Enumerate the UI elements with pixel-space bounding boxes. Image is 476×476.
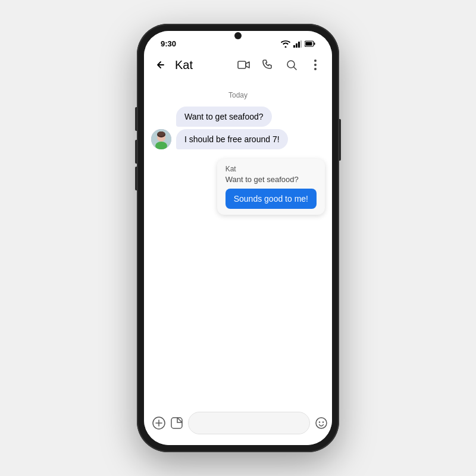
message-input[interactable] [188, 412, 310, 434]
svg-point-9 [314, 60, 317, 62]
svg-rect-7 [238, 61, 246, 68]
svg-rect-6 [306, 42, 312, 46]
svg-point-16 [158, 131, 165, 136]
contact-avatar [151, 129, 171, 149]
status-icons [281, 40, 315, 48]
smart-reply-quoted: Want to get seafood? [226, 175, 317, 184]
sticker-icon [170, 416, 183, 430]
svg-rect-2 [298, 42, 300, 48]
phone-button[interactable] [256, 53, 280, 77]
video-call-button[interactable] [232, 53, 256, 77]
date-divider: Today [151, 91, 325, 99]
more-vertical-icon [314, 60, 317, 70]
phone-screen: 9:30 [144, 31, 332, 445]
svg-rect-1 [296, 43, 298, 48]
add-attachment-button[interactable] [152, 412, 165, 434]
more-button[interactable] [303, 53, 327, 77]
svg-point-20 [319, 421, 320, 422]
svg-rect-3 [300, 40, 302, 48]
back-arrow-icon [155, 59, 167, 71]
video-camera-icon [237, 60, 250, 70]
back-button[interactable] [149, 53, 173, 77]
emoji-icon [315, 416, 328, 430]
svg-rect-0 [293, 45, 295, 48]
message-row-1: Want to get seafood? [151, 107, 325, 127]
message-area[interactable]: Today Want to get seafood? [144, 82, 332, 406]
wifi-icon [281, 40, 290, 48]
svg-rect-5 [314, 43, 315, 45]
phone-icon [262, 59, 274, 71]
svg-point-10 [314, 64, 317, 66]
message-group-received: Want to get seafood? [151, 107, 325, 149]
camera-notch [234, 32, 242, 39]
avatar-image [151, 129, 171, 149]
search-icon [286, 59, 298, 71]
smart-reply-suggestion[interactable]: Sounds good to me! [226, 189, 317, 209]
smart-reply-sender: Kat [226, 165, 317, 173]
search-button[interactable] [280, 53, 303, 77]
received-bubble-1: Want to get seafood? [176, 107, 272, 127]
svg-rect-18 [171, 418, 182, 428]
contact-name: Kat [175, 58, 232, 72]
emoji-button[interactable] [315, 412, 328, 434]
battery-icon [305, 40, 315, 47]
input-bar [144, 406, 332, 445]
svg-point-19 [316, 418, 327, 428]
signal-icon [293, 40, 302, 48]
phone-wrapper: 9:30 [137, 24, 339, 452]
sticker-button[interactable] [170, 412, 183, 434]
received-bubble-2: I should be free around 7! [176, 129, 288, 149]
app-bar-actions [232, 53, 327, 77]
message-row-2: I should be free around 7! [151, 129, 325, 149]
app-bar: Kat [144, 51, 332, 82]
svg-point-21 [322, 421, 324, 422]
plus-icon [152, 416, 165, 430]
smart-reply-popup: Kat Want to get seafood? Sounds good to … [217, 159, 325, 215]
svg-point-11 [314, 68, 317, 70]
status-time: 9:30 [161, 39, 176, 48]
